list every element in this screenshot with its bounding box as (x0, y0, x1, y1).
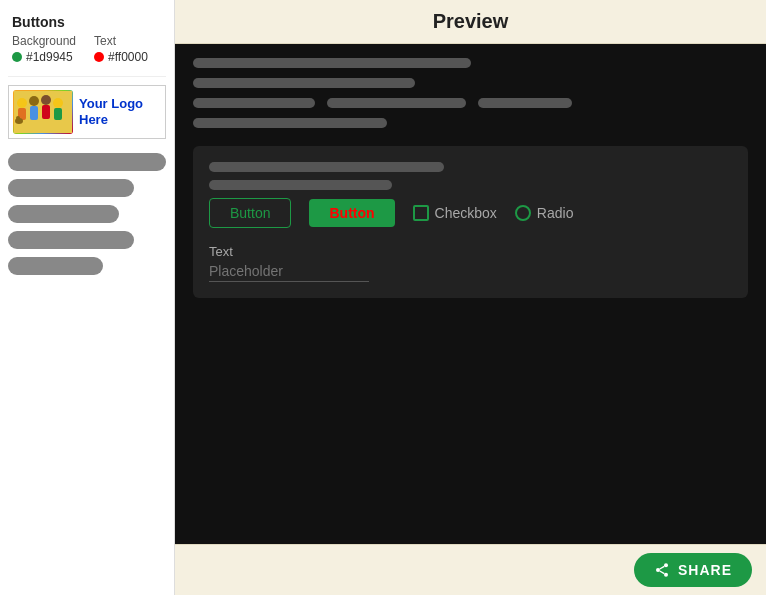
text-color-dot (94, 52, 104, 62)
svg-point-11 (664, 563, 668, 567)
logo-area: Your Logo Here (8, 85, 166, 139)
main-content: Preview Button Button Checkbox (175, 0, 766, 595)
inline-bar-3 (478, 98, 572, 108)
bg-label: Background (12, 34, 76, 48)
buttons-section: Buttons Background #1d9945 Text #ff0000 (8, 8, 166, 77)
text-input[interactable] (209, 261, 369, 282)
widget-box: Button Button Checkbox Radio Text (193, 146, 748, 298)
widget-bar-2 (209, 180, 392, 190)
share-icon (654, 562, 670, 578)
content-bar-group (193, 98, 748, 108)
content-bar-2 (193, 78, 415, 88)
text-field-label: Text (209, 244, 732, 259)
nav-bar-1[interactable] (8, 153, 166, 171)
inline-bar-1 (193, 98, 315, 108)
svg-point-1 (17, 98, 27, 108)
radio-label: Radio (537, 205, 574, 221)
section-title: Buttons (12, 14, 162, 30)
logo-image (13, 90, 73, 134)
nav-bar-3[interactable] (8, 205, 119, 223)
checkbox-label: Checkbox (435, 205, 497, 221)
checkbox-box[interactable] (413, 205, 429, 221)
widget-bar-1 (209, 162, 444, 172)
logo-text-area: Your Logo Here (79, 96, 143, 127)
svg-point-10 (16, 116, 20, 120)
outline-button[interactable]: Button (209, 198, 291, 228)
text-color-value: #ff0000 (108, 50, 148, 64)
svg-point-7 (53, 98, 63, 108)
text-dot-row: #ff0000 (94, 50, 148, 64)
color-row: Background #1d9945 Text #ff0000 (12, 34, 162, 64)
text-label: Text (94, 34, 116, 48)
text-field-section: Text (209, 244, 732, 282)
svg-point-3 (29, 96, 39, 106)
svg-line-15 (660, 566, 665, 569)
nav-bar-4[interactable] (8, 231, 134, 249)
checkbox-item[interactable]: Checkbox (413, 205, 497, 221)
nav-bar-2[interactable] (8, 179, 134, 197)
svg-rect-4 (30, 106, 38, 120)
logo-text-line2: Here (79, 112, 143, 128)
logo-text-line1: Your Logo (79, 96, 143, 112)
svg-point-13 (664, 573, 668, 577)
svg-line-14 (660, 571, 665, 574)
preview-area: Button Button Checkbox Radio Text (175, 44, 766, 544)
preview-title: Preview (433, 10, 509, 32)
svg-rect-6 (42, 105, 50, 119)
sidebar: Buttons Background #1d9945 Text #ff0000 (0, 0, 175, 595)
nav-bar-5[interactable] (8, 257, 103, 275)
preview-header: Preview (175, 0, 766, 44)
content-bar-bottom (193, 118, 387, 128)
bg-color-dot (12, 52, 22, 62)
inline-bar-2 (327, 98, 466, 108)
bottom-bar: SHARE (175, 544, 766, 595)
buttons-row: Button Button Checkbox Radio (209, 198, 732, 228)
bg-dot-row: #1d9945 (12, 50, 73, 64)
svg-point-5 (41, 95, 51, 105)
text-color-item: Text #ff0000 (94, 34, 148, 64)
content-bar-1 (193, 58, 471, 68)
share-label: SHARE (678, 562, 732, 578)
bg-color-value: #1d9945 (26, 50, 73, 64)
radio-item[interactable]: Radio (515, 205, 574, 221)
bg-color-item: Background #1d9945 (12, 34, 76, 64)
radio-circle[interactable] (515, 205, 531, 221)
share-button[interactable]: SHARE (634, 553, 752, 587)
svg-rect-8 (54, 108, 62, 120)
svg-point-12 (656, 568, 660, 572)
sidebar-nav (8, 147, 166, 281)
filled-button[interactable]: Button (309, 199, 394, 227)
